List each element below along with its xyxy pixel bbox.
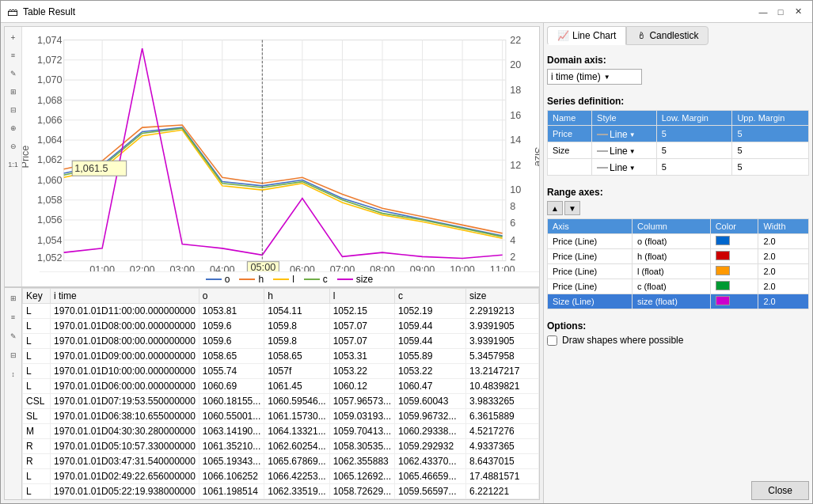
table-header-row: Key i time o h l c size	[23, 289, 539, 304]
cell-size: 8.6437015	[466, 454, 539, 469]
table-row[interactable]: SL 1970.01.01D06:38:10.655000000 1060.55…	[23, 409, 539, 424]
cell-l: 1057.96573...	[329, 394, 394, 409]
tab-line-chart-label: Line Chart	[572, 30, 616, 41]
cell-h: 1054.11	[264, 304, 329, 319]
svg-text:1,061.5: 1,061.5	[74, 163, 108, 174]
table-row[interactable]: R 1970.01.01D05:10:57.330000000 1061.352…	[23, 439, 539, 454]
cell-size: 3.9391905	[466, 319, 539, 334]
titlebar: 🗃 Table Result — □ ✕	[1, 1, 812, 23]
cell-key: CSL	[23, 394, 51, 409]
range-axis: Size (Line)	[548, 294, 633, 309]
table-toolbar-btn-1[interactable]: ⊞	[5, 290, 22, 307]
range-col-column: Column	[633, 219, 711, 234]
series-upp-margin: 5	[732, 126, 809, 142]
toolbar-btn-3[interactable]: ✎	[5, 65, 22, 82]
app-icon: 🗃	[7, 6, 18, 18]
cell-key: SL	[23, 409, 51, 424]
cell-size: 5.3457958	[466, 349, 539, 364]
table-row[interactable]: L 1970.01.01D08:00:00.000000000 1059.6 1…	[23, 319, 539, 334]
close-window-button[interactable]: ✕	[790, 4, 806, 20]
legend-o: o	[206, 274, 230, 285]
table-row[interactable]: L 1970.01.01D09:00:00.000000000 1058.65 …	[23, 349, 539, 364]
series-col-upp: Upp. Margin	[732, 111, 809, 126]
main-window: 🗃 Table Result — □ ✕ + ≡ ✎ ⊞ ⊟ ⊕ ⊖	[0, 0, 813, 504]
range-up-button[interactable]: ▲	[547, 201, 563, 215]
svg-text:1,074: 1,074	[37, 35, 63, 46]
range-row[interactable]: Price (Line) h (float) 2.0	[548, 249, 809, 264]
draw-shapes-checkbox[interactable]	[547, 335, 557, 346]
range-row[interactable]: Size (Line) size (float) 2.0	[548, 294, 809, 309]
toolbar-btn-4[interactable]: ⊞	[5, 83, 22, 100]
range-row[interactable]: Price (Line) c (float) 2.0	[548, 279, 809, 294]
toolbar-btn-2[interactable]: ≡	[5, 47, 22, 64]
table-toolbar-btn-4[interactable]: ⊟	[5, 347, 22, 364]
domain-axis-dropdown[interactable]: i time (time) ▼	[547, 69, 642, 85]
table-row[interactable]: L 1970.01.01D10:00:00.000000000 1055.74 …	[23, 364, 539, 379]
series-name	[548, 159, 592, 176]
table-row[interactable]: L 1970.01.01D08:00:00.000000000 1059.6 1…	[23, 334, 539, 349]
range-down-button[interactable]: ▼	[564, 201, 580, 215]
series-row[interactable]: Size Line ▼ 5 5	[548, 142, 809, 159]
table-toolbar-btn-2[interactable]: ≡	[5, 309, 22, 326]
cell-c: 1059.60043	[395, 394, 466, 409]
table-row[interactable]: R 1970.01.01D03:47:31.540000000 1065.193…	[23, 454, 539, 469]
cell-key: L	[23, 334, 51, 349]
cell-o: 1055.74	[199, 364, 264, 379]
cell-l: 1057.07	[329, 319, 394, 334]
cell-o: 1066.106252	[199, 469, 264, 484]
range-row[interactable]: Price (Line) o (float) 2.0	[548, 234, 809, 249]
toolbar-btn-8[interactable]: 1:1	[5, 156, 22, 173]
maximize-button[interactable]: □	[773, 4, 788, 20]
table-row[interactable]: L 1970.01.01D02:49:22.656000000 1066.106…	[23, 469, 539, 484]
series-low-margin: 5	[656, 142, 732, 159]
cell-l: 1059.70413...	[329, 424, 394, 439]
minimize-button[interactable]: —	[755, 4, 771, 20]
cell-size: 13.2147217	[466, 364, 539, 379]
series-row[interactable]: Line ▼ 5 5	[548, 159, 809, 176]
svg-text:10: 10	[510, 184, 521, 195]
range-row[interactable]: Price (Line) l (float) 2.0	[548, 264, 809, 279]
left-panel: + ≡ ✎ ⊞ ⊟ ⊕ ⊖ 1:1	[1, 23, 543, 503]
table-row[interactable]: CSL 1970.01.01D07:19:53.550000000 1060.1…	[23, 394, 539, 409]
table-row[interactable]: L 1970.01.01D11:00:00.000000000 1053.81 …	[23, 304, 539, 319]
chart-type-tabs: 📈 Line Chart 🕯 Candlestick	[547, 26, 809, 45]
cell-size: 6.3615889	[466, 409, 539, 424]
cell-time: 1970.01.01D03:47:31.540000000	[51, 454, 199, 469]
toolbar-btn-5[interactable]: ⊟	[5, 101, 22, 119]
cell-time: 1970.01.01D04:30:30.280000000	[51, 424, 199, 439]
toolbar-btn-1[interactable]: +	[5, 28, 22, 46]
col-header-o: o	[199, 289, 264, 304]
range-color	[710, 249, 758, 264]
table-row[interactable]: L 1970.01.01D06:00:00.000000000 1060.69 …	[23, 379, 539, 394]
table-toolbar-btn-3[interactable]: ✎	[5, 328, 22, 345]
tab-line-chart[interactable]: 📈 Line Chart	[547, 26, 626, 45]
close-button[interactable]: Close	[751, 481, 809, 500]
table-area: ⊞ ≡ ✎ ⊟ ↕ Key i time o h	[4, 287, 540, 500]
table-wrapper[interactable]: Key i time o h l c size L 1970.01.01D11:…	[22, 288, 539, 499]
table-row[interactable]: L 1970.01.01D05:22:19.938000000 1061.198…	[23, 484, 539, 499]
cell-size: 4.9337365	[466, 439, 539, 454]
right-panel: 📈 Line Chart 🕯 Candlestick Domain axis: …	[543, 23, 812, 503]
toolbar-btn-6[interactable]: ⊕	[5, 119, 22, 137]
cell-h: 1057f	[264, 364, 329, 379]
range-axis: Price (Line)	[548, 264, 633, 279]
cell-o: 1065.19343...	[199, 454, 264, 469]
cell-h: 1062.60254...	[264, 439, 329, 454]
table-toolbar-btn-5[interactable]: ↕	[5, 366, 22, 383]
range-width: 2.0	[758, 234, 809, 249]
toolbar-btn-7[interactable]: ⊖	[5, 138, 22, 155]
range-width: 2.0	[758, 264, 809, 279]
svg-text:1,072: 1,072	[37, 55, 63, 66]
series-row[interactable]: Price Line ▼ 5 5	[548, 126, 809, 142]
svg-text:22: 22	[510, 35, 521, 46]
table-body: L 1970.01.01D11:00:00.000000000 1053.81 …	[23, 304, 539, 499]
range-col-color: Color	[710, 219, 758, 234]
series-body: Price Line ▼ 5 5 Size Line ▼ 5 5 Line	[548, 126, 809, 176]
table-row[interactable]: M 1970.01.01D04:30:30.280000000 1063.141…	[23, 424, 539, 439]
cell-c: 1065.46659...	[395, 469, 466, 484]
tab-candlestick[interactable]: 🕯 Candlestick	[626, 26, 709, 45]
dropdown-arrow-icon: ▼	[604, 74, 610, 81]
cell-c: 1053.22	[395, 364, 466, 379]
cell-o: 1060.69	[199, 379, 264, 394]
cell-time: 1970.01.01D02:49:22.656000000	[51, 469, 199, 484]
